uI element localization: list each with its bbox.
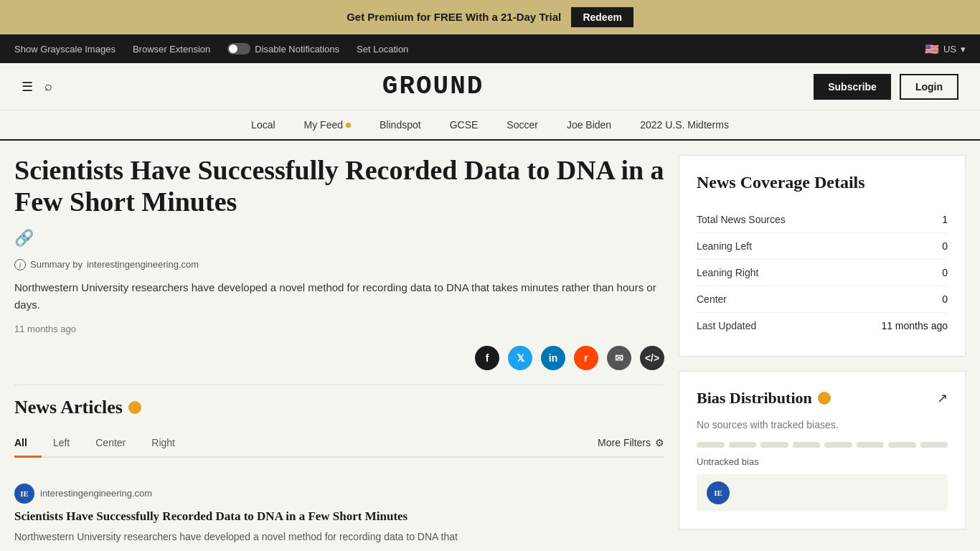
- show-grayscale-item[interactable]: Show Grayscale Images: [14, 44, 116, 55]
- toolbar: Show Grayscale Images Browser Extension …: [0, 34, 980, 63]
- filter-tab-left[interactable]: Left: [53, 430, 84, 458]
- bias-header: Bias Distribution ↗: [697, 389, 948, 408]
- bias-title: Bias Distribution: [697, 389, 831, 408]
- coverage-row-center: Center 0: [697, 286, 948, 313]
- share-email-icon[interactable]: ✉: [607, 346, 631, 370]
- summary-source[interactable]: interestingengineering.com: [87, 259, 199, 270]
- disable-notifications-item[interactable]: Disable Notifications: [227, 43, 339, 55]
- news-articles-title: News Articles: [14, 397, 664, 418]
- toolbar-right: 🇺🇸 US ▾: [925, 42, 966, 56]
- untracked-label: Untracked bias: [697, 456, 948, 467]
- country-label: US: [943, 44, 956, 55]
- nav-item-soccer[interactable]: Soccer: [507, 119, 538, 131]
- country-chevron-icon[interactable]: ▾: [961, 44, 966, 55]
- coverage-label-right: Leaning Right: [697, 267, 758, 278]
- filter-adjust-icon: ⚙: [655, 437, 664, 448]
- coverage-label-updated: Last Updated: [697, 320, 756, 331]
- bias-box: Bias Distribution ↗ No sources with trac…: [679, 371, 966, 529]
- coverage-value-updated: 11 months ago: [881, 320, 948, 331]
- nav-item-local[interactable]: Local: [251, 119, 275, 131]
- login-button[interactable]: Login: [900, 74, 958, 100]
- sidebar: News Coverage Details Total News Sources…: [679, 155, 966, 551]
- bias-bar-seg-5: [824, 442, 852, 448]
- search-icon[interactable]: ⌕: [44, 79, 52, 94]
- nav-item-gcse[interactable]: GCSE: [450, 119, 479, 131]
- top-banner: Get Premium for FREE With a 21-Day Trial…: [0, 0, 980, 34]
- news-headline[interactable]: Scientists Have Successfully Recorded Da…: [14, 509, 664, 524]
- bias-bar-row: [697, 442, 948, 448]
- article-title: Scientists Have Successfully Recorded Da…: [14, 155, 664, 248]
- external-link-icon[interactable]: ↗: [937, 390, 948, 406]
- coverage-label-total: Total News Sources: [697, 214, 786, 225]
- browser-extension-item[interactable]: Browser Extension: [133, 44, 210, 55]
- header-right: Subscribe Login: [814, 74, 958, 100]
- untracked-avatar: IE: [707, 481, 730, 504]
- header-left: ☰ ⌕: [22, 79, 52, 95]
- article-section: Scientists Have Successfully Recorded Da…: [14, 155, 664, 551]
- news-item: IE interestingengineering.com Scientists…: [14, 472, 664, 551]
- coverage-row-total: Total News Sources 1: [697, 207, 948, 233]
- nav-item-midterms[interactable]: 2022 U.S. Midterms: [640, 119, 729, 131]
- bias-bar-seg-2: [729, 442, 757, 448]
- news-source-row: IE interestingengineering.com: [14, 484, 664, 504]
- share-twitter-icon[interactable]: 𝕏: [508, 346, 532, 370]
- coverage-row-right: Leaning Right 0: [697, 260, 948, 286]
- coverage-value-left: 0: [942, 240, 948, 252]
- bias-bar-seg-4: [793, 442, 821, 448]
- disable-notifications-label: Disable Notifications: [255, 44, 339, 55]
- notifications-toggle[interactable]: [227, 43, 250, 55]
- banner-text: Get Premium for FREE With a 21-Day Trial: [347, 11, 561, 23]
- redeem-button[interactable]: Redeem: [571, 7, 633, 27]
- header: ☰ ⌕ GROUND Subscribe Login: [0, 63, 980, 110]
- bias-bar-seg-7: [888, 442, 916, 448]
- coverage-row-updated: Last Updated 11 months ago: [697, 313, 948, 339]
- coverage-box: News Coverage Details Total News Sources…: [679, 155, 966, 357]
- bias-bar-seg-1: [697, 442, 725, 448]
- coverage-title: News Coverage Details: [697, 173, 948, 192]
- bias-bar-seg-3: [760, 442, 788, 448]
- share-facebook-icon[interactable]: f: [475, 346, 499, 370]
- divider: [14, 385, 664, 385]
- bias-bar-seg-8: [920, 442, 948, 448]
- source-avatar: IE: [14, 484, 34, 504]
- subscribe-button[interactable]: Subscribe: [814, 74, 891, 100]
- set-location-item[interactable]: Set Location: [357, 44, 408, 55]
- coverage-value-right: 0: [942, 267, 948, 278]
- share-linkedin-icon[interactable]: in: [541, 346, 565, 370]
- filter-tab-all[interactable]: All: [14, 430, 42, 458]
- no-sources-text: No sources with tracked biases.: [697, 419, 948, 430]
- coverage-row-left: Leaning Left 0: [697, 233, 948, 260]
- news-summary: Northwestern University researchers have…: [14, 529, 664, 545]
- nav-item-myfeed[interactable]: My Feed: [304, 119, 351, 131]
- coverage-label-left: Leaning Left: [697, 240, 752, 252]
- news-articles-dot: [128, 401, 141, 414]
- summary-prefix: Summary by: [30, 259, 83, 270]
- coverage-label-center: Center: [697, 293, 727, 305]
- filter-tab-right[interactable]: Right: [151, 430, 189, 458]
- share-reddit-icon[interactable]: r: [574, 346, 598, 370]
- coverage-value-center: 0: [942, 293, 948, 305]
- article-link-icon[interactable]: 🔗: [14, 229, 34, 247]
- filter-tab-center[interactable]: Center: [95, 430, 140, 458]
- main-content: Scientists Have Successfully Recorded Da…: [0, 141, 980, 551]
- nav-item-blindspot[interactable]: Blindspot: [380, 119, 421, 131]
- coverage-value-total: 1: [942, 214, 948, 225]
- bias-dot: [818, 392, 831, 405]
- article-body: Northwestern University researchers have…: [14, 279, 664, 314]
- article-timestamp: 11 months ago: [14, 324, 664, 334]
- main-nav: Local My Feed Blindspot GCSE Soccer Joe …: [0, 110, 980, 141]
- summary-line: i Summary by interestingengineering.com: [14, 259, 664, 270]
- bias-bar-seg-6: [857, 442, 885, 448]
- share-icons-row: f 𝕏 in r ✉ </>: [14, 346, 664, 370]
- logo[interactable]: GROUND: [382, 72, 484, 101]
- info-icon: i: [14, 259, 26, 270]
- flag-icon: 🇺🇸: [925, 42, 939, 56]
- source-name[interactable]: interestingengineering.com: [40, 488, 152, 499]
- more-filters-button[interactable]: More Filters ⚙: [598, 437, 664, 448]
- share-embed-icon[interactable]: </>: [640, 346, 664, 370]
- hamburger-icon[interactable]: ☰: [22, 79, 33, 95]
- untracked-source: IE: [697, 474, 948, 512]
- nav-item-joebiden[interactable]: Joe Biden: [567, 119, 611, 131]
- filter-tabs: All Left Center Right More Filters ⚙: [14, 430, 664, 458]
- myfeed-dot: [346, 123, 351, 128]
